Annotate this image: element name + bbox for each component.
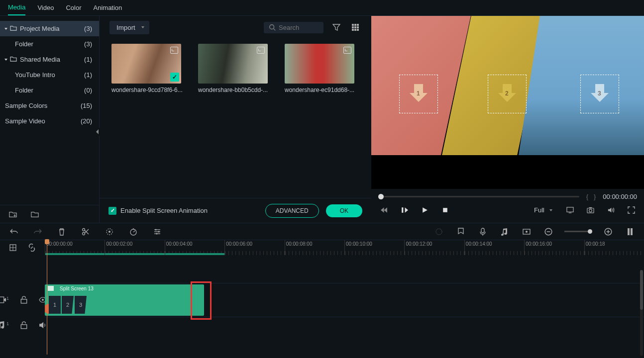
svg-rect-48 [21,325,26,329]
media-thumb-1[interactable]: ✓ wondershare-9ccd78f6-6... [111,44,186,93]
audio-track-row: 1 [0,317,644,334]
play-icon[interactable] [419,204,430,216]
clip-type-icon [343,47,351,54]
sidebar-label: Shared Media [20,56,60,63]
svg-point-16 [589,209,592,212]
media-sidebar: Project Media (3) Folder (3) Shared Medi… [0,16,100,223]
enable-split-screen-checkbox[interactable]: ✓ [108,207,116,215]
tab-animation[interactable]: Animation [94,0,122,15]
svg-rect-32 [481,228,484,233]
svg-line-23 [133,231,135,232]
snapshot-icon[interactable] [585,204,596,216]
speed-icon[interactable] [127,226,139,238]
record-icon[interactable] [521,226,533,238]
split-screen-clip-icon [48,286,54,291]
timeline-toolbar [0,223,644,240]
arrow-down-icon: 3 [589,83,611,105]
tab-media[interactable]: Media [8,0,25,15]
sidebar-item-youtube-intro[interactable]: YouTube Intro (1) [0,67,99,83]
mark-in-out-icon[interactable]: { } [586,193,596,200]
zoom-out-icon[interactable] [542,226,554,238]
svg-line-1 [274,29,276,31]
svg-rect-17 [589,207,592,208]
search-field[interactable] [279,24,319,31]
media-thumb-2[interactable]: wondershare-bb0b5cdd-... [198,44,273,93]
sidebar-label: Sample Colors [5,102,47,109]
split-icon[interactable] [80,226,92,238]
sidebar-item-shared-media[interactable]: Shared Media (1) [0,52,99,67]
sidebar-count: (20) [81,117,92,125]
folder-icon[interactable] [29,208,41,220]
svg-rect-5 [352,26,354,28]
sidebar-item-project-media[interactable]: Project Media (3) [0,21,99,36]
thumb-name: wondershare-bb0b5cdd-... [198,84,273,93]
lock-icon[interactable] [18,294,30,306]
scrub-slider[interactable] [378,196,579,197]
svg-rect-41 [631,228,633,235]
undo-icon[interactable] [8,226,20,238]
adjust-icon[interactable] [151,226,163,238]
timeline-clip[interactable]: Split Screen 13 1 2 3 [45,284,204,316]
sidebar-item-folder-2[interactable]: Folder (0) [0,83,99,98]
render-icon[interactable] [433,226,445,238]
sidebar-item-folder-1[interactable]: Folder (3) [0,36,99,52]
media-thumb-3[interactable]: wondershare-ec91dd68-... [285,44,359,93]
crop-icon[interactable] [104,226,115,238]
track-video-icon[interactable]: 1 [0,294,11,306]
search-input[interactable] [264,22,323,33]
preview-mode-dropdown[interactable]: Full [534,206,555,214]
clip-seg-1: 1 [49,296,61,314]
tab-color[interactable]: Color [66,0,81,15]
grid-view-icon[interactable] [349,21,361,33]
timeline-ruler[interactable]: 00:00:00:0000:00:02:0000:00:04:0000:00:0… [45,240,644,255]
top-tab-bar: Media Video Color Animation [0,0,644,16]
preview-canvas[interactable]: 1 2 3 [371,16,644,189]
delete-icon[interactable] [56,226,68,238]
svg-rect-40 [628,228,630,235]
zoom-in-icon[interactable] [602,226,614,238]
zoom-slider[interactable] [564,231,592,232]
tab-video[interactable]: Video [37,0,54,15]
display-icon[interactable] [564,204,576,216]
voiceover-icon[interactable] [477,226,489,238]
svg-rect-7 [357,26,359,28]
svg-rect-6 [354,26,356,28]
import-button[interactable]: Import [109,21,149,34]
sidebar-count: (0) [84,87,92,94]
stop-icon[interactable] [439,204,451,216]
drop-zone-1[interactable]: 1 [399,75,438,113]
svg-rect-3 [354,24,356,26]
timeline-scrollbar[interactable] [640,270,643,356]
svg-rect-12 [443,208,447,212]
sidebar-label: Folder [15,87,33,94]
drop-zone-3[interactable]: 3 [580,75,619,113]
playhead[interactable] [47,240,47,355]
clip-type-icon [170,47,178,54]
svg-rect-4 [357,24,359,26]
link-icon[interactable] [26,242,38,254]
sidebar-count: (1) [84,56,92,63]
lock-icon[interactable] [18,319,30,331]
audio-mixer-icon[interactable] [499,226,511,238]
volume-icon[interactable] [605,204,617,216]
ok-button[interactable]: OK [326,204,362,217]
sidebar-collapse-handle[interactable] [95,128,100,136]
sidebar-item-sample-video[interactable]: Sample Video (20) [0,113,99,129]
track-manager-icon[interactable] [7,242,19,254]
drop-zone-2[interactable]: 2 [488,75,527,113]
filter-icon[interactable] [330,21,342,33]
play-pause-icon[interactable] [399,204,410,216]
sidebar-label: Sample Video [5,117,45,125]
redo-icon[interactable] [32,226,44,238]
marker-icon[interactable] [455,226,467,238]
sidebar-item-sample-colors[interactable]: Sample Colors (15) [0,98,99,113]
zoom-fit-icon[interactable] [624,226,636,238]
clip-name: Split Screen 13 [45,284,204,293]
fullscreen-icon[interactable] [626,204,637,216]
search-icon [269,24,276,31]
track-audio-icon[interactable]: 1 [0,319,11,331]
media-panel: Import ✓ wondershare-9ccd78f6-6... wonde… [100,16,371,223]
advanced-button[interactable]: ADVANCED [265,204,319,218]
new-folder-icon[interactable] [7,208,19,220]
prev-frame-icon[interactable] [378,204,390,216]
